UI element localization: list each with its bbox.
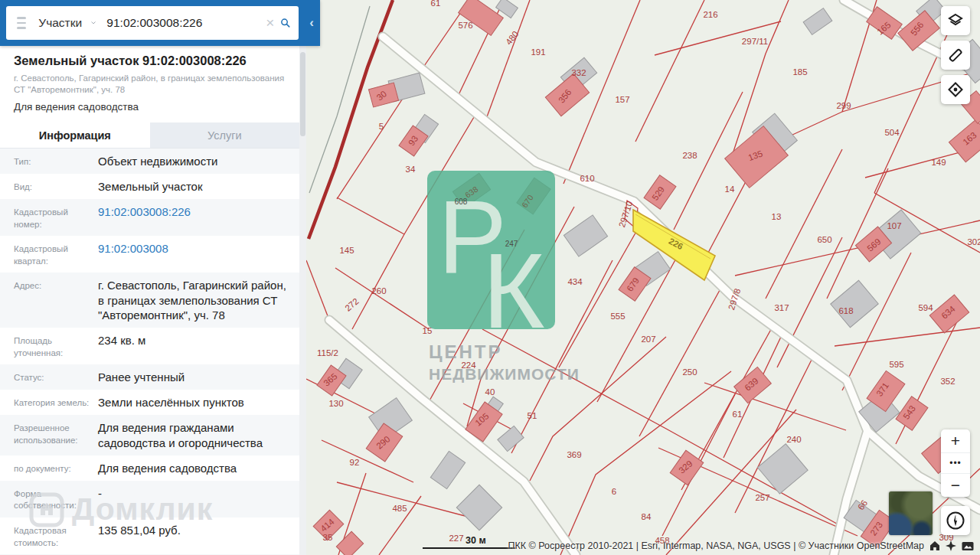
parcel-label: 352 — [940, 377, 955, 386]
ruler-icon — [947, 47, 964, 64]
map-canvas[interactable]: Р К ЦЕНТР НЕДВИЖИМОСТИ 61576480191332356… — [306, 0, 980, 555]
menu-button[interactable] — [17, 17, 26, 29]
parcel-label: 434 — [567, 277, 583, 286]
parcel-label: 555 — [610, 312, 625, 321]
zoom-control: + ••• − — [941, 429, 970, 497]
info-row-label: Адрес: — [0, 278, 98, 322]
parcel-label: 15 — [423, 326, 433, 335]
info-row-label: Тип: — [0, 154, 98, 168]
parcel-usage: Для ведения садоводства — [14, 101, 286, 113]
scale-label: 30 м — [466, 535, 486, 546]
parcel-label: 240 — [786, 435, 801, 444]
info-row: Площадь уточненная:234 кв. м — [0, 328, 299, 364]
parcel-label: 216 — [703, 10, 717, 19]
parcel-label: 238 — [682, 151, 697, 160]
parcel-label: 576 — [458, 21, 472, 30]
info-row-value: 234 кв. м — [98, 333, 299, 359]
parcel-label: 84 — [642, 512, 652, 521]
page-title: Земельный участок 91:02:003008:226 — [14, 54, 286, 68]
parcel-label: 594 — [918, 303, 933, 312]
parcel-label: 185 — [792, 67, 807, 77]
parcel-label: 14 — [725, 184, 735, 194]
svg-text:НЕДВИЖИМОСТИ: НЕДВИЖИМОСТИ — [429, 365, 580, 383]
info-row: Разрешенное использование:Для ведения гр… — [0, 415, 299, 455]
info-row-label: Статус: — [0, 370, 98, 384]
parcel-label: 250 — [682, 367, 697, 377]
info-row: Тип:Объект недвижимости — [0, 149, 299, 174]
tab-services[interactable]: Услуги — [150, 122, 300, 148]
parcel-label: 299 — [836, 101, 851, 110]
info-row-value-link[interactable]: 91:02:003008:226 — [98, 204, 299, 230]
info-row-value: Ранее учтенный — [98, 370, 299, 384]
info-table: Тип:Объект недвижимостиВид:Земельный уча… — [0, 149, 299, 555]
measure-button[interactable] — [941, 41, 970, 70]
info-row-label: Площадь уточненная: — [0, 333, 98, 359]
parcel-label: 247 — [505, 240, 518, 248]
zoom-in-button[interactable]: + — [941, 429, 970, 452]
parcel-label: 191 — [531, 47, 545, 57]
info-row: Категория земель:Земли населённых пункто… — [0, 390, 299, 415]
info-row-value: Земельный участок — [98, 179, 299, 194]
info-row-value-link[interactable]: 91:02:003008 — [98, 241, 299, 267]
clear-search-icon[interactable]: × — [260, 15, 280, 31]
parcel-label: 40 — [485, 387, 495, 397]
svg-text:ЦЕНТР: ЦЕНТР — [429, 341, 503, 362]
collapse-panel-button[interactable]: ‹ — [306, 14, 317, 32]
parcel-label: 107 — [887, 221, 901, 230]
parcel-label: 297/11 — [742, 37, 768, 46]
info-row-value: Для ведения садоводства — [98, 461, 299, 475]
info-row-label: Кадастровый номер: — [0, 204, 98, 230]
parcel-label: 35 — [323, 533, 333, 542]
scrollbar-thumb[interactable] — [300, 52, 305, 136]
parcel-label: 332 — [571, 68, 586, 77]
parcel-label: 257 — [755, 493, 769, 502]
search-input[interactable] — [106, 16, 260, 30]
info-row-label: Вид: — [0, 179, 98, 194]
zoom-more-button[interactable]: ••• — [941, 452, 970, 474]
parcel-label: 302 — [967, 237, 980, 246]
parcel-label: 157 — [615, 95, 629, 104]
parcel-label: 51 — [528, 411, 537, 420]
position-icon — [947, 81, 964, 98]
parcel-label: 485 — [392, 504, 407, 513]
parcel-label: 610 — [580, 174, 594, 183]
info-row: Статус:Ранее учтенный — [0, 364, 299, 390]
parcel-address-note: г. Севастополь, Гагаринский район, в гра… — [14, 73, 286, 96]
search-category-dropdown[interactable]: Участки — [38, 16, 82, 30]
info-row-value: Для ведения гражданами садоводства и ого… — [98, 420, 299, 449]
info-row-value: Объект недвижимости — [98, 154, 299, 168]
parcel-label: 92 — [350, 458, 360, 467]
parcel-label: 618 — [838, 306, 853, 315]
info-row: Кадастровый квартал:91:02:003008 — [0, 236, 299, 273]
chevron-down-icon[interactable] — [91, 19, 96, 27]
parcel-label: 115/2 — [317, 348, 338, 357]
parcel-label: 224 — [461, 361, 476, 370]
parcel-label: 369 — [567, 450, 581, 459]
info-row: Вид:Земельный участок — [0, 174, 299, 199]
info-row-value: г. Севастополь, Гагаринский район, в гра… — [98, 278, 299, 322]
parcel-label: 13 — [772, 212, 782, 221]
layers-button[interactable] — [941, 6, 970, 35]
info-row-label: по документу: — [0, 461, 98, 475]
tab-information[interactable]: Информация — [0, 122, 150, 148]
compass-button[interactable] — [941, 506, 970, 535]
parcel-label: 5 — [379, 122, 384, 131]
parcel-label: 260 — [371, 286, 386, 295]
zoom-out-button[interactable]: − — [941, 474, 970, 497]
tab-bar: Информация Услуги — [0, 122, 299, 149]
search-icon[interactable] — [280, 15, 291, 31]
home-icon[interactable] — [929, 540, 940, 551]
locate-button[interactable] — [941, 75, 970, 104]
rk-letter-k: К — [482, 230, 545, 351]
map-tools — [941, 6, 970, 109]
info-row-value: Земли населённых пунктов — [98, 395, 299, 410]
screenshot-icon[interactable] — [962, 541, 974, 551]
parcel-label: 34 — [406, 165, 416, 174]
basemap-thumbnail[interactable] — [889, 491, 933, 535]
sidebar-scrollbar[interactable] — [299, 46, 306, 555]
star-diamond-icon[interactable] — [946, 540, 956, 551]
parcel-label: 595 — [889, 360, 903, 369]
cadastral-map-svg: Р К ЦЕНТР НЕДВИЖИМОСТИ 61576480191332356… — [306, 0, 980, 555]
info-row-label: Форма собственности: — [0, 486, 98, 512]
info-row: Кадастровая стоимость:135 851,04 руб. — [0, 517, 299, 554]
